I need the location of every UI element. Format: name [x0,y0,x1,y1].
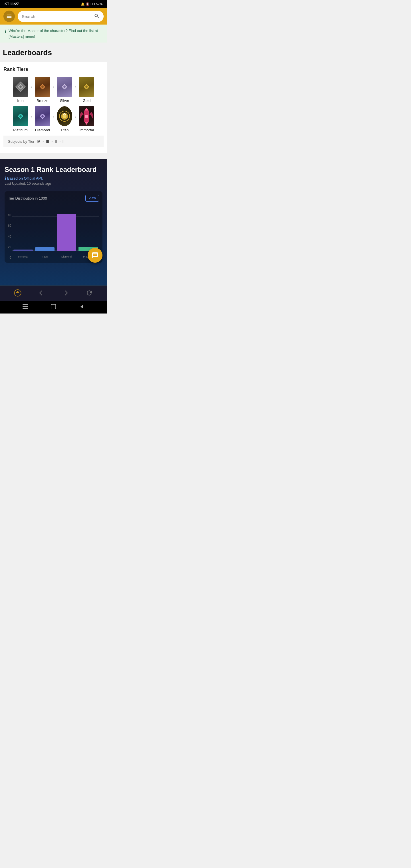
app-bottom-bar [0,285,107,301]
rank-item-titan: Titan [55,106,74,132]
app-home-icon[interactable] [14,289,22,298]
forward-arrow-icon [62,289,69,297]
status-bar: KT 11:27 🔔 🔇 HD 57% [0,0,107,8]
platinum-badge [13,106,28,126]
api-note-text: Based on Official API. [7,176,43,181]
bars-area: Immortal Titan Diamond Platinum [12,205,99,259]
info-text: Who're the Master of the character? Find… [8,28,102,39]
notification-icons: 🔔 🔇 HD [81,2,95,6]
chat-icon [92,252,98,259]
bar-immortal [13,250,33,251]
subjects-label: Subjects by Tier [8,140,35,144]
system-menu-button[interactable] [23,304,28,310]
refresh-icon [86,289,93,297]
diamond-label: Diamond [35,128,50,132]
square-icon [51,304,56,310]
search-icon [94,13,100,19]
arrow-2: › [53,85,54,95]
svg-marker-17 [85,107,89,111]
api-info-icon: ℹ [5,176,6,181]
search-button[interactable] [94,13,100,20]
page-title: Leaderboards [3,48,104,57]
refresh-nav-icon[interactable] [86,289,93,298]
rank-tiers-card: Rank Tiers Iron › Bronze › [0,62,107,153]
silver-badge [57,77,72,97]
bar-titan-fill [35,247,55,251]
view-button[interactable]: View [85,195,99,202]
gold-label: Gold [83,98,91,103]
bar-titan [35,247,55,251]
system-back-button[interactable] [79,304,85,311]
rank-item-iron: Iron [11,77,30,103]
system-home-button[interactable] [51,304,56,311]
season-leaderboard-section: Season 1 Rank Leaderboard ℹ Based on Off… [0,159,107,285]
info-banner: ℹ Who're the Master of the character? Fi… [0,25,107,42]
rank-row-1: Iron › Bronze › Silver › [3,77,104,103]
top-navigation [0,8,107,25]
chart-visual: 0 20 40 60 80 [8,205,99,259]
rank-item-diamond: Diamond [33,106,52,132]
arrow-1: › [31,85,32,95]
tier-2: II [55,140,57,144]
x-label-titan: Titan [35,255,55,258]
titan-logo [59,110,70,122]
rank-item-gold: Gold [77,77,96,103]
svg-rect-23 [23,304,28,305]
hamburger-icon [6,13,12,20]
iron-badge [13,77,28,97]
rank-item-silver: Silver [55,77,74,103]
chat-fab[interactable] [88,248,102,263]
subjects-by-tier: Subjects by Tier IV → III → II → I [3,135,104,147]
bar-diamond-fill [57,214,76,251]
svg-rect-24 [23,306,28,307]
rank-item-bronze: Bronze [33,77,52,103]
grid-line-80 [12,205,99,205]
y-axis: 0 20 40 60 80 [8,214,11,259]
forward-nav-icon[interactable] [62,289,69,298]
tier-4: IV [37,140,40,144]
platinum-logo [18,113,24,119]
spacer [0,153,107,159]
status-icons: 🔔 🔇 HD 57% [81,2,102,6]
tier-arrow-2: → [50,140,54,144]
bar-immortal-fill [13,250,33,251]
tier-chain: IV → III → II → I [37,140,64,144]
system-navigation [0,301,107,313]
iron-logo [18,84,24,90]
back-chevron-icon [79,304,85,310]
gold-badge [79,77,94,97]
bars [12,206,99,251]
rank-item-immortal: Immortal [77,106,96,132]
svg-rect-26 [51,304,56,309]
three-lines-icon [23,304,28,309]
silver-logo [61,84,68,90]
gold-logo [83,84,90,90]
search-input[interactable] [22,14,92,19]
rank-tiers-title: Rank Tiers [3,66,104,72]
info-icon: ℹ [5,28,6,39]
tier-1: I [63,140,64,144]
chart-header: Tier Distribution in 1000 View [8,195,99,202]
menu-button[interactable] [3,10,15,22]
home-logo-icon [14,289,22,297]
season-title: Season 1 Rank Leaderboard [5,165,102,174]
platinum-label: Platinum [13,128,28,132]
chart-container: Tier Distribution in 1000 View 0 20 40 6… [5,191,102,263]
svg-marker-18 [85,122,89,125]
page-title-section: Leaderboards [0,42,107,62]
arrow-4: › [31,114,32,125]
carrier-time: KT 11:27 [5,2,19,6]
back-nav-icon[interactable] [38,289,45,298]
svg-rect-19 [85,115,88,118]
bronze-logo [39,84,46,90]
rank-row-2: Platinum › Diamond › [3,106,104,132]
immortal-label: Immortal [80,128,94,132]
bronze-label: Bronze [36,98,48,103]
titan-label: Titan [61,128,68,132]
tier-arrow-1: → [41,140,45,144]
season-bottom-pad [5,263,102,285]
back-arrow-icon [38,289,45,297]
search-bar-container [18,11,104,22]
silver-label: Silver [60,98,69,103]
bronze-badge [35,77,50,97]
